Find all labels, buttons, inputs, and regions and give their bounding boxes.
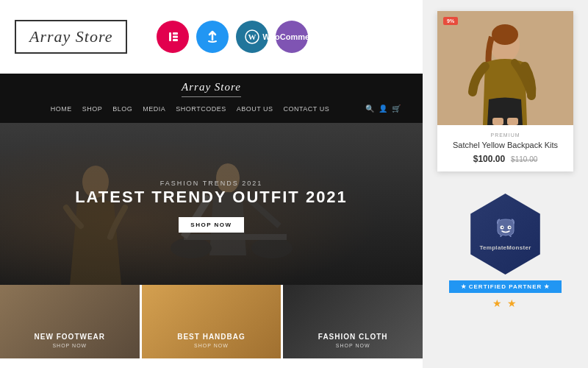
svg-rect-2 bbox=[173, 36, 178, 38]
product-tag: PREMIUM bbox=[446, 132, 564, 138]
svg-point-12 bbox=[492, 24, 518, 45]
tech-icons: W WooCommerce bbox=[157, 21, 308, 53]
svg-point-18 bbox=[509, 227, 510, 228]
cat-fashion-link[interactable]: SHOP NOW bbox=[318, 343, 388, 348]
nav-action-icons: 🔍 👤 🛒 bbox=[365, 105, 401, 113]
hero-section: Fashion Trends 2021 LATEST TRENDY OUTFIT… bbox=[0, 123, 423, 285]
product-card: 9% bbox=[437, 11, 573, 171]
cat-handbag-link[interactable]: SHOP NOW bbox=[177, 343, 245, 348]
category-section: NEW FOOTWEAR SHOP NOW BEST HANDBAG SHOP … bbox=[0, 285, 423, 358]
tm-hexagon: TemplateMonster bbox=[465, 194, 546, 275]
hero-subtitle: Fashion Trends 2021 bbox=[160, 180, 262, 187]
nav-shop[interactable]: Shop bbox=[82, 105, 103, 113]
monster-face-icon bbox=[495, 218, 517, 238]
nav-blog[interactable]: Blog bbox=[112, 105, 132, 113]
cat-footwear-link[interactable]: SHOP NOW bbox=[35, 343, 105, 348]
nav-shortcodes[interactable]: Shortcodes bbox=[176, 105, 226, 113]
shop-now-button[interactable]: SHOP NOW bbox=[179, 217, 243, 233]
product-figure bbox=[437, 11, 573, 125]
cat-fashion-label: FASHION CLOTH SHOP NOW bbox=[318, 333, 388, 348]
svg-rect-3 bbox=[173, 39, 178, 41]
nav-media[interactable]: Media bbox=[143, 105, 165, 113]
cart-icon[interactable]: 🛒 bbox=[392, 105, 401, 113]
updraft-icon bbox=[196, 21, 229, 53]
svg-point-17 bbox=[501, 227, 503, 228]
nav-links: Home Shop Blog Media Shortcodes About Us… bbox=[15, 105, 365, 113]
svg-rect-13 bbox=[492, 118, 503, 125]
svg-rect-14 bbox=[507, 118, 518, 125]
top-header: Array Store W bbox=[0, 0, 423, 74]
product-prices: $100.00 $110.00 bbox=[446, 154, 564, 164]
nav-wrapper: Home Shop Blog Media Shortcodes About Us… bbox=[0, 102, 423, 116]
svg-rect-0 bbox=[169, 32, 171, 41]
elementor-icon bbox=[157, 21, 189, 53]
hero-title: LATEST TRENDY OUTFIT 2021 bbox=[75, 188, 348, 206]
sale-badge: 9% bbox=[443, 17, 458, 25]
template-monster-badge: TemplateMonster ★ CERTIFIED PARTNER ★ ★ … bbox=[449, 194, 562, 309]
tm-monster-icon bbox=[495, 218, 517, 243]
svg-text:W: W bbox=[248, 32, 257, 41]
price-old: $110.00 bbox=[511, 155, 537, 163]
user-icon[interactable]: 👤 bbox=[379, 105, 387, 113]
woocommerce-icon: WooCommerce bbox=[276, 21, 308, 53]
tm-name: TemplateMonster bbox=[479, 244, 531, 251]
tm-stars: ★ ★ bbox=[492, 297, 519, 309]
nav-home[interactable]: Home bbox=[51, 105, 72, 113]
nav-about[interactable]: About Us bbox=[237, 105, 273, 113]
svg-point-9 bbox=[251, 238, 293, 258]
category-footwear[interactable]: NEW FOOTWEAR SHOP NOW bbox=[0, 285, 142, 358]
tm-certified-label: ★ CERTIFIED PARTNER ★ bbox=[449, 280, 562, 293]
right-panel: 9% bbox=[423, 0, 588, 368]
nav-contact[interactable]: Contact Us bbox=[284, 105, 330, 113]
price-current: $100.00 bbox=[473, 154, 505, 164]
nav-logo: Array Store bbox=[182, 81, 241, 97]
svg-rect-1 bbox=[173, 32, 178, 35]
svg-point-8 bbox=[171, 238, 212, 258]
cat-handbag-title: BEST HANDBAG bbox=[177, 333, 245, 341]
nav-bar: Array Store Home Shop Blog Media Shortco… bbox=[0, 74, 423, 123]
category-fashion[interactable]: FASHION CLOTH SHOP NOW bbox=[283, 285, 423, 358]
product-info: PREMIUM Satchel Yellow Backpack Kits $10… bbox=[437, 125, 573, 171]
hero-content: Fashion Trends 2021 LATEST TRENDY OUTFIT… bbox=[75, 175, 348, 233]
cat-fashion-title: FASHION CLOTH bbox=[318, 333, 388, 341]
category-handbag[interactable]: BEST HANDBAG SHOP NOW bbox=[142, 285, 284, 358]
product-name: Satchel Yellow Backpack Kits bbox=[446, 141, 564, 149]
store-logo-box: Array Store bbox=[15, 20, 127, 54]
cat-handbag-label: BEST HANDBAG SHOP NOW bbox=[177, 333, 245, 348]
cat-footwear-title: NEW FOOTWEAR bbox=[35, 333, 105, 341]
store-logo-text: Array Store bbox=[29, 27, 112, 46]
main-preview: Array Store W bbox=[0, 0, 423, 368]
product-image bbox=[437, 11, 573, 125]
cat-footwear-label: NEW FOOTWEAR SHOP NOW bbox=[35, 333, 105, 348]
search-icon[interactable]: 🔍 bbox=[365, 105, 374, 113]
